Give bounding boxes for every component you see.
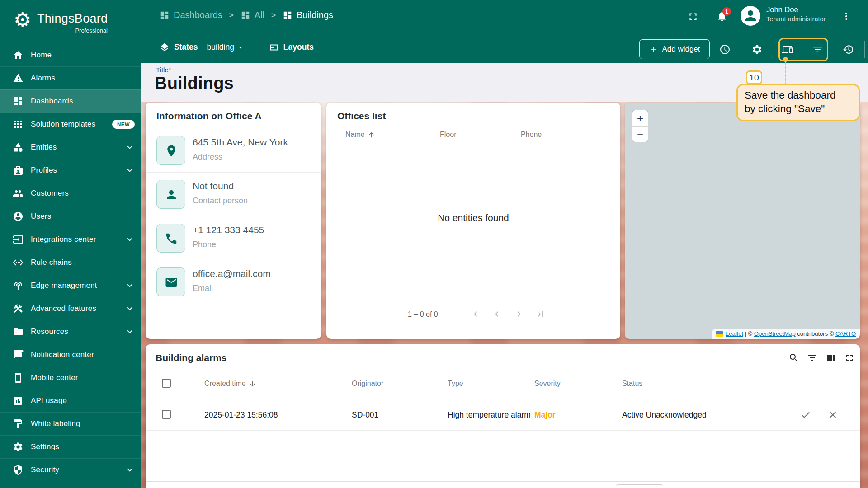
- sidebar: ⚙ ThingsBoard Professional HomeAlarmsDas…: [0, 0, 141, 488]
- widget-information-office-a: Information on Office A 645 5th Ave, New…: [146, 103, 321, 339]
- sidebar-item-solution-templates[interactable]: Solution templatesNEW: [0, 113, 141, 136]
- construction-icon: [13, 303, 24, 314]
- select-all-checkbox[interactable]: [162, 379, 171, 388]
- sidebar-item-label: Notification center: [31, 350, 94, 359]
- breadcrumb-item-all[interactable]: All: [241, 10, 264, 20]
- sidebar-item-profiles[interactable]: Profiles: [0, 159, 141, 182]
- pagination-range: 1 – 0 of 0: [408, 310, 438, 319]
- sidebar-item-resources[interactable]: Resources: [0, 320, 141, 343]
- fullscreen-icon[interactable]: [687, 11, 699, 23]
- sidebar-item-entities[interactable]: Entities: [0, 136, 141, 159]
- cell-originator: SD-001: [352, 410, 378, 420]
- sidebar-item-label: White labeling: [31, 419, 80, 428]
- states-label: States: [174, 42, 198, 52]
- chevron-down-icon: [125, 142, 135, 152]
- sidebar-item-notification-center[interactable]: Notification center: [0, 343, 141, 366]
- sidebar-item-dashboards[interactable]: Dashboards: [0, 89, 141, 113]
- zoom-in-button[interactable]: +: [632, 110, 648, 126]
- add-widget-button[interactable]: Add widget: [639, 39, 710, 59]
- tutorial-connector-line: [785, 62, 786, 85]
- next-page-icon[interactable]: [514, 309, 524, 319]
- sidebar-item-settings[interactable]: Settings: [0, 435, 141, 458]
- filter-icon[interactable]: [807, 352, 818, 363]
- home-icon: [13, 50, 24, 61]
- user-role: Tenant administrator: [766, 15, 826, 23]
- sort-ascending-icon: [368, 131, 375, 139]
- version-history-icon[interactable]: [843, 44, 854, 55]
- info-label: Email: [193, 284, 213, 293]
- timewindow-icon[interactable]: [719, 44, 731, 55]
- acknowledge-icon[interactable]: [800, 409, 811, 420]
- notifications-bell-icon[interactable]: 1: [716, 10, 728, 22]
- row-checkbox[interactable]: [162, 410, 171, 419]
- carto-link[interactable]: CARTO: [835, 330, 856, 337]
- sidebar-item-mobile-center[interactable]: Mobile center: [0, 366, 141, 389]
- widget-map[interactable]: + − Leaflet | © OpenStreetMap contributo…: [625, 103, 860, 339]
- page-size-select[interactable]: [616, 484, 663, 488]
- title-field-label: Title*: [156, 66, 171, 74]
- kebab-menu-icon[interactable]: [841, 11, 852, 22]
- breadcrumb: Dashboards>All>Buildings: [160, 10, 333, 20]
- column-header-phone[interactable]: Phone: [521, 131, 542, 139]
- sidebar-item-advanced-features[interactable]: Advanced features: [0, 297, 141, 320]
- clear-alarm-icon[interactable]: [827, 409, 838, 420]
- paint-icon: [13, 418, 24, 429]
- cell-status: Active Unacknowledged: [622, 410, 707, 420]
- email-icon: [156, 267, 185, 296]
- layouts-button[interactable]: Layouts: [269, 42, 314, 52]
- column-header-originator[interactable]: Originator: [352, 380, 383, 388]
- leaflet-link[interactable]: Leaflet: [726, 330, 743, 337]
- place-icon: [156, 136, 185, 165]
- avatar[interactable]: [741, 6, 760, 26]
- breadcrumb-item-dashboards[interactable]: Dashboards: [160, 10, 222, 20]
- sidebar-item-integrations-center[interactable]: Integrations center: [0, 228, 141, 251]
- divider: [326, 146, 620, 146]
- sidebar-item-home[interactable]: Home: [0, 43, 141, 66]
- search-icon[interactable]: [788, 352, 799, 363]
- thingsboard-app: Dashboards>All>Buildings 1 John Doe Tena…: [0, 0, 868, 488]
- first-page-icon[interactable]: [469, 309, 480, 319]
- dashboard-title-input[interactable]: Buildings: [155, 74, 234, 93]
- sidebar-item-api-usage[interactable]: API usage: [0, 389, 141, 412]
- column-header-severity[interactable]: Severity: [534, 380, 561, 388]
- states-icon: [160, 42, 170, 52]
- column-header-created-time[interactable]: Created time: [204, 380, 256, 388]
- columns-icon[interactable]: [826, 352, 836, 363]
- sidebar-item-label: Mobile center: [31, 373, 78, 382]
- filters-icon[interactable]: [812, 44, 823, 55]
- sidebar-item-rule-chains[interactable]: Rule chains: [0, 251, 141, 274]
- info-value: Not found: [193, 181, 234, 192]
- entity-aliases-icon[interactable]: [782, 44, 793, 55]
- column-header-status[interactable]: Status: [622, 380, 642, 388]
- sidebar-item-security[interactable]: Security: [0, 458, 141, 481]
- sidebar-item-white-labeling[interactable]: White labeling: [0, 412, 141, 435]
- sidebar-item-edge-management[interactable]: Edge management: [0, 274, 141, 297]
- sidebar-item-alarms[interactable]: Alarms: [0, 66, 141, 89]
- column-header-name[interactable]: Name: [345, 131, 375, 139]
- map-attribution: Leaflet | © OpenStreetMap contributors ©…: [712, 329, 860, 339]
- dashboard-icon: [13, 96, 24, 107]
- cell-type: High temperature alarm: [448, 410, 531, 420]
- widget-title: Building alarms: [156, 352, 227, 363]
- sidebar-item-label: Alarms: [31, 74, 55, 83]
- last-page-icon[interactable]: [535, 309, 546, 319]
- widget-fullscreen-icon[interactable]: [844, 352, 855, 363]
- info-value: 645 5th Ave, New York: [193, 137, 288, 148]
- zoom-out-button[interactable]: −: [632, 127, 648, 142]
- column-header-floor[interactable]: Floor: [440, 131, 456, 139]
- thingsboard-logo-icon: ⚙: [14, 10, 31, 30]
- column-header-type[interactable]: Type: [448, 380, 463, 388]
- layouts-icon: [269, 42, 279, 52]
- sidebar-item-users[interactable]: Users: [0, 205, 141, 228]
- breadcrumb-item-buildings[interactable]: Buildings: [283, 10, 333, 20]
- dashboard-settings-icon[interactable]: [751, 44, 763, 55]
- state-select[interactable]: building: [207, 42, 245, 52]
- chevron-down-icon: [125, 165, 135, 175]
- plus-icon: [649, 45, 658, 54]
- previous-page-icon[interactable]: [491, 309, 502, 319]
- openstreetmap-link[interactable]: OpenStreetMap: [754, 330, 796, 337]
- cell-severity: Major: [534, 410, 556, 420]
- logo[interactable]: ⚙ ThingsBoard Professional: [0, 0, 141, 43]
- sidebar-item-label: Settings: [31, 442, 59, 451]
- sidebar-item-customers[interactable]: Customers: [0, 182, 141, 205]
